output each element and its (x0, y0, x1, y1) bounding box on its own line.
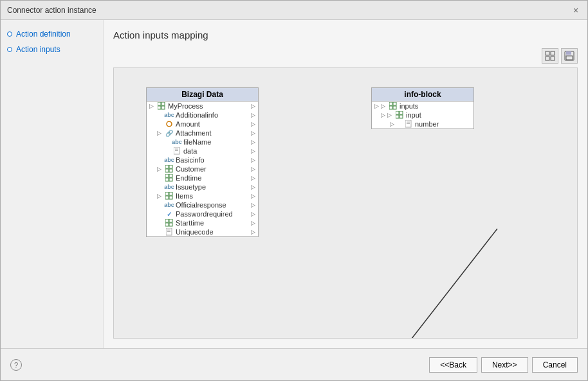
right-arrow: ▷ (248, 121, 255, 127)
svg-rect-11 (161, 106, 165, 109)
right-arrow: ▷ (248, 211, 255, 217)
file-icon (165, 228, 174, 236)
tree-item-label: Customer (176, 165, 207, 173)
tree-item-label: Basicinfo (176, 156, 205, 164)
tree-item: ▷ number (372, 120, 473, 128)
svg-line-7 (382, 229, 497, 338)
svg-rect-31 (169, 223, 172, 226)
cancel-button[interactable]: Cancel (532, 357, 578, 373)
tree-item-label: Uniquecode (176, 228, 214, 236)
right-arrow: ▷ (248, 139, 255, 145)
svg-rect-5 (566, 51, 571, 55)
svg-rect-23 (169, 178, 172, 181)
sidebar-item-action-definition[interactable]: Action definition (7, 30, 96, 39)
sidebar-item-action-inputs[interactable]: Action inputs (7, 45, 96, 54)
tree-item: ▷ Items ▷ (147, 191, 258, 200)
svg-rect-30 (165, 223, 169, 226)
string-icon: abc (165, 201, 174, 209)
number-icon (165, 120, 174, 128)
svg-rect-3 (551, 57, 555, 60)
tree-item-label: Starttime (176, 219, 204, 227)
next-button[interactable]: Next>> (481, 357, 528, 373)
tree-item: abc Additionalinfo ▷ (147, 111, 258, 120)
svg-rect-26 (165, 196, 169, 199)
info-block-header: info-block (372, 88, 473, 102)
svg-rect-28 (165, 219, 169, 222)
svg-rect-40 (400, 111, 403, 114)
help-button[interactable]: ? (10, 359, 22, 371)
tree-item-label: Endtime (176, 174, 201, 182)
footer-buttons: <<Back Next>> Cancel (429, 357, 578, 373)
svg-rect-21 (169, 174, 172, 177)
tree-item: Uniquecode ▷ (147, 227, 258, 236)
tree-item: Starttime ▷ (147, 218, 258, 227)
tree-item-label: Amount (176, 120, 200, 128)
tree-item-label: input (406, 111, 421, 119)
group-icon (165, 174, 174, 182)
right-arrow: ▷ (248, 220, 255, 226)
tree-item: abc Officialresponse ▷ (147, 200, 258, 209)
close-button[interactable]: × (571, 5, 581, 15)
tree-item-label: fileName (183, 138, 211, 146)
tree-item: ▷ MyProcess ▷ (147, 102, 258, 111)
left-arrow: ▷ (381, 112, 385, 118)
tree-item: ▷ ▷ input (372, 111, 473, 120)
string-icon: abc (165, 156, 174, 164)
right-arrow: ▷ (248, 148, 255, 154)
right-arrow: ▷ (248, 184, 255, 190)
tree-item: ▷ Customer ▷ (147, 164, 258, 173)
right-arrow: ▷ (248, 229, 255, 235)
group-icon (157, 102, 166, 110)
expand-toolbar-button[interactable] (542, 48, 558, 64)
tree-item: abc Basicinfo ▷ (147, 155, 258, 164)
save-toolbar-button[interactable] (561, 48, 578, 64)
right-arrow: ▷ (248, 157, 255, 163)
dialog-title: Connector action instance (7, 6, 96, 15)
svg-rect-16 (165, 165, 169, 168)
tree-item-label: data (183, 147, 197, 155)
svg-rect-19 (169, 169, 172, 172)
svg-rect-8 (158, 102, 161, 105)
svg-rect-18 (165, 169, 169, 172)
attachment-icon: 🔗 (165, 129, 174, 137)
group-icon (395, 111, 404, 119)
svg-rect-10 (158, 106, 161, 109)
svg-rect-42 (400, 115, 403, 118)
svg-rect-38 (393, 106, 396, 109)
back-button[interactable]: <<Back (429, 357, 477, 373)
string-icon: abc (165, 183, 174, 191)
right-arrow: ▷ (248, 103, 255, 109)
svg-rect-24 (165, 192, 169, 195)
expand-icon: ▷ (157, 193, 163, 199)
expand-icon: ▷ (157, 166, 163, 172)
tree-item-label: Issuetype (176, 183, 206, 191)
bizagi-data-box: Bizagi Data ▷ MyProcess ▷ abc (146, 87, 259, 237)
sidebar-bullet (7, 31, 12, 37)
sidebar-item-label: Action definition (16, 30, 71, 39)
svg-rect-1 (551, 51, 555, 55)
tree-item-label: MyProcess (168, 102, 203, 110)
file-icon (172, 147, 181, 155)
tree-item: Endtime ▷ (147, 173, 258, 182)
string-icon: abc (165, 111, 174, 119)
group-icon (165, 165, 174, 173)
left-arrow: ▷ (390, 121, 394, 127)
footer: ? <<Back Next>> Cancel (1, 348, 587, 380)
tree-item-label: Attachment (176, 129, 212, 137)
dialog: Connector action instance × Action defin… (0, 0, 588, 381)
svg-rect-9 (161, 102, 165, 105)
svg-rect-41 (396, 115, 399, 118)
tree-item: ▷ ▷ inputs (372, 102, 473, 111)
group-icon (165, 192, 174, 200)
svg-rect-35 (389, 102, 392, 105)
expand-icon: ▷ (157, 130, 163, 136)
svg-rect-25 (169, 192, 172, 195)
sidebar-item-label: Action inputs (16, 45, 60, 54)
tree-item-label: number (415, 120, 439, 128)
right-arrow: ▷ (248, 175, 255, 181)
toolbar (113, 48, 578, 64)
group-icon (389, 102, 398, 110)
sidebar-bullet (7, 47, 12, 52)
svg-rect-22 (165, 178, 169, 181)
tree-item-label: inputs (400, 102, 418, 110)
